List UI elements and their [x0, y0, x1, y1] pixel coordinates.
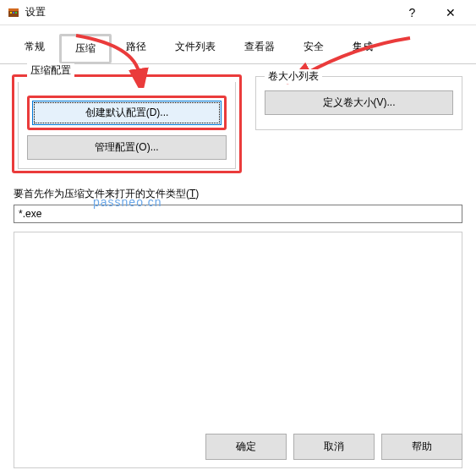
- svg-rect-2: [10, 12, 12, 14]
- filetype-label: 要首先作为压缩文件来打开的文件类型(T): [14, 187, 462, 201]
- groupbox-volume-list: 卷大小列表 定义卷大小(V)...: [255, 76, 462, 130]
- help-button[interactable]: ?: [393, 0, 431, 25]
- tab-viewer[interactable]: 查看器: [230, 34, 289, 63]
- help-button-footer[interactable]: 帮助: [381, 434, 462, 460]
- tab-filelist[interactable]: 文件列表: [161, 34, 230, 63]
- tab-security[interactable]: 安全: [289, 34, 338, 63]
- filetype-input[interactable]: [14, 205, 462, 223]
- groupbox-compress-profile: 压缩配置 创建默认配置(D)... 管理配置(O)...: [18, 82, 236, 169]
- svg-rect-3: [13, 12, 14, 14]
- svg-rect-4: [15, 12, 17, 14]
- window-title: 设置: [25, 5, 393, 19]
- footer-buttons: 确定 取消 帮助: [205, 434, 462, 460]
- tab-path[interactable]: 路径: [112, 34, 161, 63]
- content-area: 压缩配置 创建默认配置(D)... 管理配置(O)... 卷大小列表 定义卷大小…: [0, 64, 476, 232]
- close-button[interactable]: ✕: [431, 0, 469, 25]
- create-default-highlight: 创建默认配置(D)...: [27, 96, 227, 130]
- tab-compress[interactable]: 压缩: [59, 34, 112, 63]
- define-volume-size-button[interactable]: 定义卷大小(V)...: [265, 90, 453, 115]
- svg-rect-1: [8, 8, 19, 11]
- tab-bar: 常规 压缩 路径 文件列表 查看器 安全 集成: [0, 25, 476, 64]
- groupbox-compress-title: 压缩配置: [27, 63, 74, 78]
- groupbox-volume-title: 卷大小列表: [265, 69, 322, 84]
- filetype-field: 要首先作为压缩文件来打开的文件类型(T): [14, 187, 462, 223]
- panel-border: [14, 232, 462, 468]
- cancel-button[interactable]: 取消: [293, 434, 375, 460]
- manage-profile-button[interactable]: 管理配置(O)...: [27, 135, 227, 160]
- compress-group-highlight: 压缩配置 创建默认配置(D)... 管理配置(O)...: [12, 74, 242, 173]
- window-controls: ? ✕: [393, 0, 469, 25]
- tab-integration[interactable]: 集成: [338, 34, 387, 63]
- tab-general[interactable]: 常规: [10, 34, 59, 63]
- titlebar: 设置 ? ✕: [0, 0, 476, 25]
- app-icon: [7, 6, 20, 19]
- ok-button[interactable]: 确定: [205, 434, 287, 460]
- create-default-profile-button[interactable]: 创建默认配置(D)...: [32, 101, 222, 125]
